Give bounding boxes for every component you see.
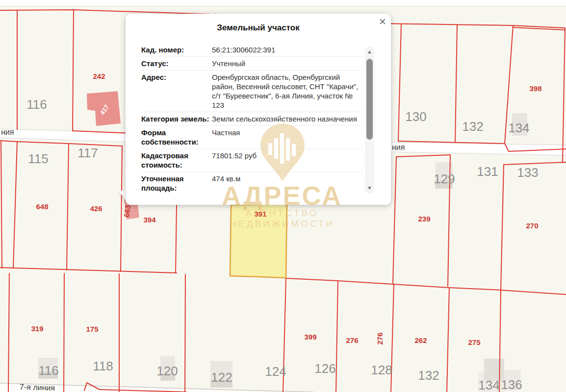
street-name-label: ния [1, 128, 14, 137]
parcel-number-label[interactable]: 122 [211, 370, 232, 385]
close-icon[interactable]: × [379, 16, 386, 27]
parcel-number-label[interactable]: 319 [31, 324, 43, 333]
field-value: 56:21:3006022:391 [212, 45, 363, 54]
street-name-label: 7-я линия [20, 383, 55, 392]
parcel-number-label[interactable]: 129 [434, 172, 455, 187]
parcel-number-label[interactable]: 117 [77, 146, 98, 161]
field-label: Кад. номер: [141, 45, 212, 54]
parcel-number-label[interactable]: 116 [26, 97, 47, 112]
parcel-number-label[interactable]: 394 [143, 216, 155, 224]
popup-field-row: Категория земель:Земли сельскохозяйствен… [141, 112, 363, 126]
parcel-number-label[interactable]: 262 [414, 336, 427, 344]
parcel-number-label[interactable]: 276 [346, 336, 358, 344]
field-label: Статус: [141, 59, 212, 68]
scroll-up-icon[interactable]: ▲ [365, 49, 374, 55]
street-name-label: ния [392, 143, 405, 152]
parcel-number-label[interactable]: 648 [36, 202, 48, 211]
parcel-number-label[interactable]: 115 [28, 151, 48, 167]
parcel-number-label[interactable]: 116 [38, 363, 58, 378]
parcel-number-label[interactable]: 124 [265, 364, 286, 379]
popup-title: Земельный участок [126, 23, 391, 33]
parcel-number-label[interactable]: 242 [93, 72, 105, 80]
parcel-number-label[interactable]: 270 [526, 221, 538, 230]
popup-fields: Кад. номер:56:21:3006022:391Статус:Учтен… [141, 43, 363, 195]
parcel-number-label[interactable]: 133 [517, 165, 538, 180]
field-value: Частная [212, 128, 363, 147]
field-value: Оренбургская область, Оренбургский район… [212, 73, 363, 110]
parcel-number-label[interactable]: 134 [508, 121, 529, 136]
field-value: Учтенный [212, 59, 363, 68]
popup-field-row: Уточненная площадь:474 кв.м [141, 172, 363, 195]
parcel-number-label[interactable]: 130 [405, 109, 426, 124]
popup-field-row: Статус:Учтенный [141, 57, 363, 71]
parcel-number-label[interactable]: 132 [462, 119, 483, 134]
scroll-down-icon[interactable]: ▼ [365, 185, 374, 192]
parcel-number-label[interactable]: 131 [477, 164, 498, 179]
parcel-number-label[interactable]: 399 [304, 333, 316, 341]
parcel-number-label[interactable]: 118 [93, 359, 113, 374]
parcel-number-label[interactable]: 398 [529, 84, 541, 93]
field-label: Форма собственности: [141, 128, 212, 147]
parcel-number-label[interactable]: 120 [156, 364, 178, 379]
parcel-number-label[interactable]: 134 [478, 378, 499, 392]
parcel-number-label[interactable]: 417 [99, 103, 110, 116]
parcel-number-label[interactable]: 128 [371, 363, 392, 378]
popup-field-row: Форма собственности:Частная [141, 126, 363, 149]
parcel-info-popup: × Земельный участок Кад. номер:56:21:300… [126, 14, 391, 205]
parcel-number-label[interactable]: 239 [418, 215, 430, 223]
parcel-number-label[interactable]: 175 [86, 325, 98, 333]
popup-scrollbar[interactable]: ▲ ▼ [365, 47, 374, 194]
parcel-number-label[interactable]: 275 [468, 338, 480, 346]
field-label: Кадастровая стоимость: [141, 151, 212, 170]
parcel-number-label[interactable]: 126 [314, 361, 335, 376]
field-value: Земли сельскохозяйственного назначения [212, 114, 363, 123]
popup-field-row: Кадастровая стоимость:71801.52 руб [141, 149, 363, 172]
field-label: Уточненная площадь: [141, 174, 212, 193]
scrollbar-thumb[interactable] [366, 59, 373, 140]
field-value: 71801.52 руб [212, 151, 363, 170]
field-value: 474 кв.м [212, 174, 363, 193]
parcel-number-label[interactable]: 276 [376, 332, 384, 344]
parcel-number-label[interactable]: 391 [254, 210, 266, 218]
field-label: Адрес: [141, 73, 212, 110]
parcel-number-label[interactable]: 132 [418, 368, 439, 383]
parcel-number-label[interactable]: 663 [122, 205, 132, 218]
popup-field-row: Адрес:Оренбургская область, Оренбургский… [141, 71, 363, 112]
parcel-number-label[interactable]: 426 [90, 204, 102, 213]
parcel-number-label[interactable]: 136 [501, 377, 522, 392]
popup-field-row: Кад. номер:56:21:3006022:391 [141, 43, 363, 57]
field-label: Категория земель: [141, 114, 212, 123]
